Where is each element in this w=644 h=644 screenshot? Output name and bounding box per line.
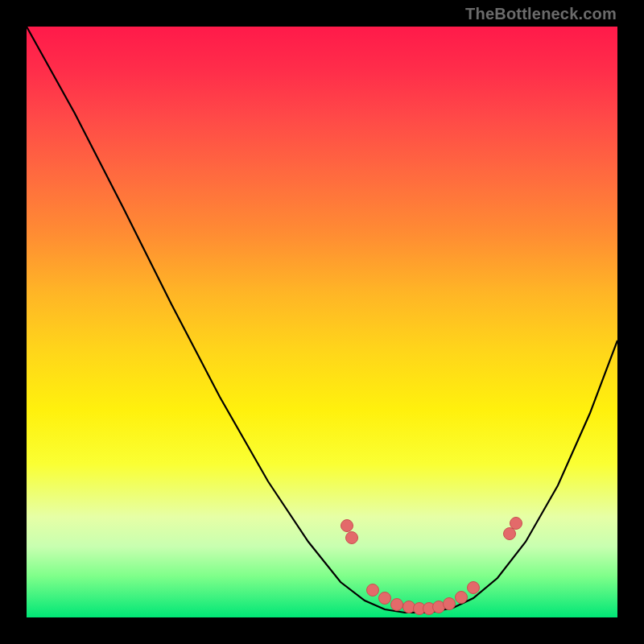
data-marker <box>341 520 353 532</box>
data-marker <box>456 592 468 604</box>
data-marker <box>504 528 516 540</box>
data-marker <box>346 532 358 544</box>
data-marker <box>468 582 480 594</box>
data-marker <box>510 518 522 530</box>
data-marker <box>367 584 379 597</box>
curve-markers <box>341 518 522 615</box>
watermark-text: TheBottleneck.com <box>465 5 617 23</box>
chart-frame: TheBottleneck.com <box>0 0 644 644</box>
chart-svg <box>27 27 617 617</box>
data-marker <box>391 599 403 611</box>
bottleneck-curve <box>27 27 617 613</box>
data-marker <box>403 601 415 613</box>
data-marker <box>379 592 391 605</box>
data-marker <box>444 598 456 610</box>
